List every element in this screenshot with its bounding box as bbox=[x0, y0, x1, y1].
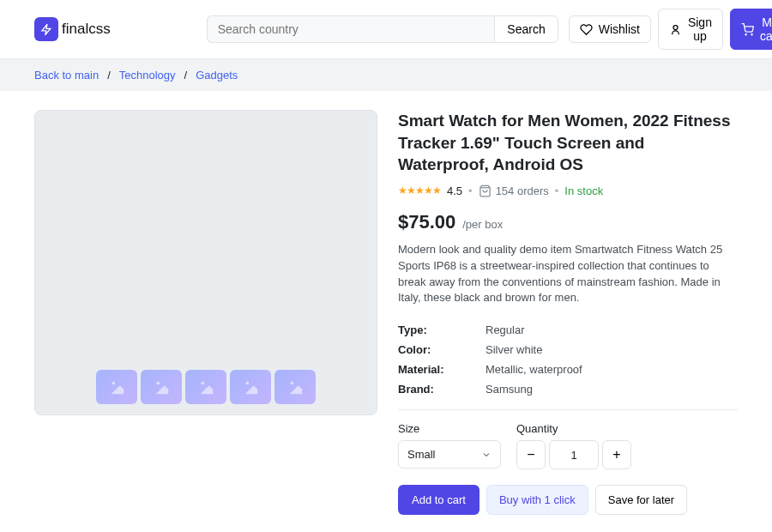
per-box: /per box bbox=[462, 218, 503, 231]
product-section: Smart Watch for Men Women, 2022 Fitness … bbox=[0, 91, 772, 532]
dot: • bbox=[555, 184, 559, 197]
attr-value: Samsung bbox=[486, 383, 533, 396]
attr-row: Type:Regular bbox=[398, 320, 738, 340]
attr-key: Material: bbox=[398, 363, 486, 376]
attr-value: Regular bbox=[486, 323, 525, 336]
placeholder-icon bbox=[241, 378, 260, 396]
product-attributes: Type:Regular Color:Silver white Material… bbox=[398, 320, 738, 410]
size-option: Size Small bbox=[398, 422, 501, 469]
product-detail: Smart Watch for Men Women, 2022 Fitness … bbox=[398, 110, 738, 515]
search-form: Search bbox=[207, 15, 558, 43]
thumbnails bbox=[96, 370, 316, 404]
breadcrumb-back[interactable]: Back to main bbox=[34, 69, 99, 82]
qty-increase-button[interactable]: + bbox=[602, 440, 631, 469]
attr-key: Type: bbox=[398, 323, 486, 336]
search-button[interactable]: Search bbox=[494, 15, 558, 43]
breadcrumb-sep: / bbox=[107, 69, 111, 82]
quantity-option: Quantity − 1 + bbox=[516, 422, 631, 469]
placeholder-icon bbox=[196, 378, 215, 396]
attr-row: Color:Silver white bbox=[398, 340, 738, 360]
stars-icon: ★★★★★ bbox=[398, 184, 441, 196]
breadcrumb: Back to main / Technology / Gadgets bbox=[34, 69, 738, 82]
buy-one-click-button[interactable]: Buy with 1 click bbox=[486, 485, 588, 515]
brand-name: finalcss bbox=[62, 21, 111, 38]
attr-value: Metallic, waterproof bbox=[486, 363, 582, 376]
qty-decrease-button[interactable]: − bbox=[516, 440, 546, 469]
signup-label: Sign up bbox=[688, 15, 712, 43]
attr-value: Silver white bbox=[486, 343, 542, 356]
placeholder-icon bbox=[107, 378, 126, 396]
attr-row: Material:Metallic, waterproof bbox=[398, 360, 738, 379]
breadcrumb-gadgets[interactable]: Gadgets bbox=[196, 69, 238, 82]
logo-icon bbox=[34, 17, 58, 41]
wishlist-button[interactable]: Wishlist bbox=[569, 15, 651, 43]
placeholder-icon bbox=[286, 378, 305, 396]
placeholder-icon bbox=[152, 378, 171, 396]
header-actions: Wishlist Sign up My cart (0) bbox=[569, 9, 772, 50]
orders-text: 154 orders bbox=[496, 184, 549, 197]
dot: • bbox=[468, 184, 473, 197]
product-description: Modern look and quality demo item Smartw… bbox=[398, 242, 738, 306]
header: finalcss Search Wishlist Sign up My cart… bbox=[0, 0, 772, 59]
attr-key: Color: bbox=[398, 343, 486, 356]
search-input[interactable] bbox=[207, 15, 495, 43]
svg-point-2 bbox=[751, 33, 752, 34]
chevron-down-icon bbox=[481, 450, 492, 460]
user-icon bbox=[669, 23, 682, 36]
thumbnail[interactable] bbox=[141, 370, 182, 404]
size-select[interactable]: Small bbox=[398, 440, 501, 469]
heart-icon bbox=[580, 23, 593, 36]
thumbnail[interactable] bbox=[185, 370, 226, 404]
attr-row: Brand:Samsung bbox=[398, 379, 738, 399]
price-row: $75.00 /per box bbox=[398, 211, 738, 233]
breadcrumb-sep: / bbox=[184, 69, 188, 82]
bag-icon bbox=[479, 184, 492, 197]
svg-point-1 bbox=[745, 33, 746, 34]
size-value: Small bbox=[407, 448, 436, 461]
main-image[interactable] bbox=[34, 110, 377, 415]
product-title: Smart Watch for Men Women, 2022 Fitness … bbox=[398, 110, 738, 176]
cart-icon bbox=[741, 23, 754, 36]
quantity-stepper: − 1 + bbox=[516, 440, 631, 469]
stock-status: In stock bbox=[564, 184, 603, 197]
rating-row: ★★★★★ 4.5 • 154 orders • In stock bbox=[398, 184, 738, 197]
gallery bbox=[34, 110, 377, 515]
cta-row: Add to cart Buy with 1 click Save for la… bbox=[398, 485, 738, 515]
rating-value: 4.5 bbox=[447, 184, 462, 197]
size-label: Size bbox=[398, 422, 501, 435]
thumbnail[interactable] bbox=[230, 370, 271, 404]
breadcrumb-bar: Back to main / Technology / Gadgets bbox=[0, 59, 772, 91]
wishlist-label: Wishlist bbox=[599, 22, 640, 36]
thumbnail[interactable] bbox=[96, 370, 137, 404]
price: $75.00 bbox=[398, 211, 455, 233]
options-row: Size Small Quantity − 1 + bbox=[398, 422, 738, 469]
signup-button[interactable]: Sign up bbox=[658, 9, 723, 50]
orders-count: 154 orders bbox=[479, 184, 549, 197]
cart-label: My cart bbox=[760, 15, 772, 43]
logo[interactable]: finalcss bbox=[34, 17, 111, 41]
attr-key: Brand: bbox=[398, 383, 486, 396]
save-later-button[interactable]: Save for later bbox=[595, 485, 687, 515]
cart-button[interactable]: My cart (0) bbox=[730, 9, 772, 50]
add-to-cart-button[interactable]: Add to cart bbox=[398, 485, 479, 515]
breadcrumb-technology[interactable]: Technology bbox=[119, 69, 176, 82]
svg-point-0 bbox=[673, 25, 678, 29]
thumbnail[interactable] bbox=[274, 370, 316, 404]
quantity-label: Quantity bbox=[516, 422, 631, 435]
qty-value: 1 bbox=[549, 440, 599, 469]
